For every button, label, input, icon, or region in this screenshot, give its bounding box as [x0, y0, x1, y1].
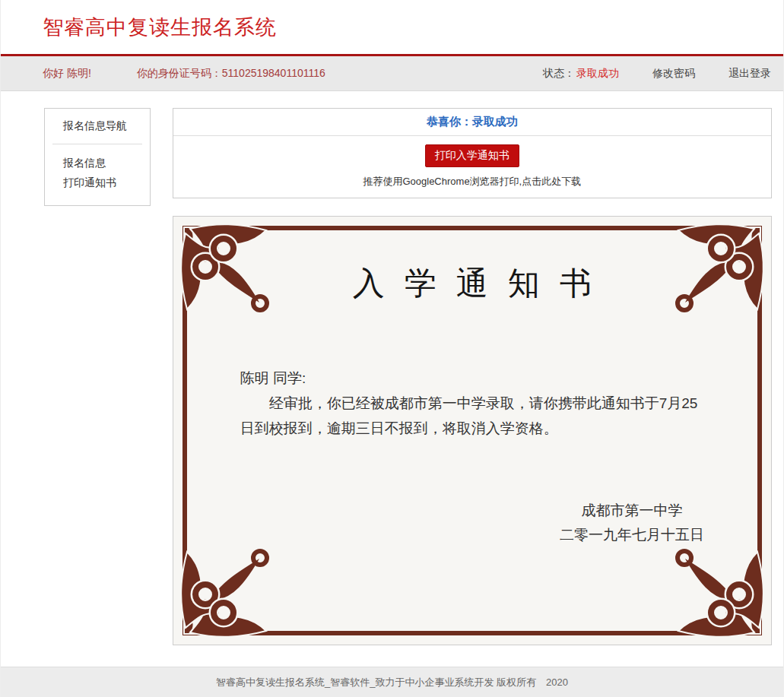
certificate-signature: 成都市第一中学 二零一九年七月十五日 — [173, 499, 704, 547]
content-area: 报名信息导航 报名信息 打印通知书 恭喜你：录取成功 打印入学通知书 推荐使用G… — [1, 91, 783, 645]
footer-copyright: 智睿高中复读生报名系统_智睿软件_致力于中小企事业系统开发 版权所有 2020 — [216, 676, 568, 688]
browser-hint-link[interactable]: 推荐使用GoogleChrome浏览器打印,点击此处下载 — [173, 175, 771, 189]
certificate-issue-date: 二零一九年七月十五日 — [560, 523, 704, 547]
change-password-link[interactable]: 修改密码 — [652, 67, 695, 81]
user-bar-right: 状态： 录取成功 修改密码 退出登录 — [543, 67, 771, 81]
logout-link[interactable]: 退出登录 — [728, 67, 771, 81]
certificate-school-name: 成都市第一中学 — [560, 499, 704, 523]
print-notice-button[interactable]: 打印入学通知书 — [425, 144, 519, 167]
sidebar-item-print-notice[interactable]: 打印通知书 — [45, 173, 150, 193]
admission-notice-certificate: 入学通知书 陈明 同学: 经审批，你已经被成都市第一中学录取，请你携带此通知书于… — [173, 216, 772, 645]
certificate-salutation: 陈明 同学: — [240, 366, 703, 391]
certificate-content: 入学通知书 陈明 同学: 经审批，你已经被成都市第一中学录取，请你携带此通知书于… — [173, 217, 771, 645]
status-badge: 录取成功 — [576, 67, 619, 81]
action-area: 打印入学通知书 推荐使用GoogleChrome浏览器打印,点击此处下载 — [173, 136, 771, 198]
sidebar-item-registration-info[interactable]: 报名信息 — [45, 154, 150, 173]
id-number-group: 你的身份证号码：511025198401101116 — [137, 67, 325, 81]
sidebar-divider — [52, 144, 142, 144]
congrats-text: 恭喜你：录取成功 — [173, 109, 771, 136]
page: 智睿高中复读生报名系统 你好 陈明! 你的身份证号码：5110251984011… — [0, 0, 784, 697]
footer: 智睿高中复读生报名系统_智睿软件_致力于中小企事业系统开发 版权所有 2020 — [1, 667, 783, 697]
sidebar-heading: 报名信息导航 — [45, 119, 150, 144]
certificate-paragraph: 经审批，你已经被成都市第一中学录取，请你携带此通知书于7月25日到校报到，逾期三… — [240, 391, 703, 441]
certificate-body: 陈明 同学: 经审批，你已经被成都市第一中学录取，请你携带此通知书于7月25日到… — [240, 366, 703, 441]
main-column: 恭喜你：录取成功 打印入学通知书 推荐使用GoogleChrome浏览器打印,点… — [173, 108, 772, 645]
id-number-label: 你的身份证号码： — [137, 67, 222, 79]
status-label: 状态： — [543, 67, 575, 81]
site-title: 智睿高中复读生报名系统 — [43, 14, 277, 41]
id-number-value: 511025198401101116 — [222, 67, 325, 79]
user-bar: 你好 陈明! 你的身份证号码：511025198401101116 状态： 录取… — [1, 56, 783, 91]
certificate-signature-inner: 成都市第一中学 二零一九年七月十五日 — [560, 499, 704, 547]
header: 智睿高中复读生报名系统 — [1, 0, 783, 54]
result-panel: 恭喜你：录取成功 打印入学通知书 推荐使用GoogleChrome浏览器打印,点… — [173, 108, 772, 198]
certificate-title: 入学通知书 — [173, 217, 771, 305]
sidebar: 报名信息导航 报名信息 打印通知书 — [44, 108, 151, 206]
user-greeting: 你好 陈明! — [43, 67, 91, 81]
